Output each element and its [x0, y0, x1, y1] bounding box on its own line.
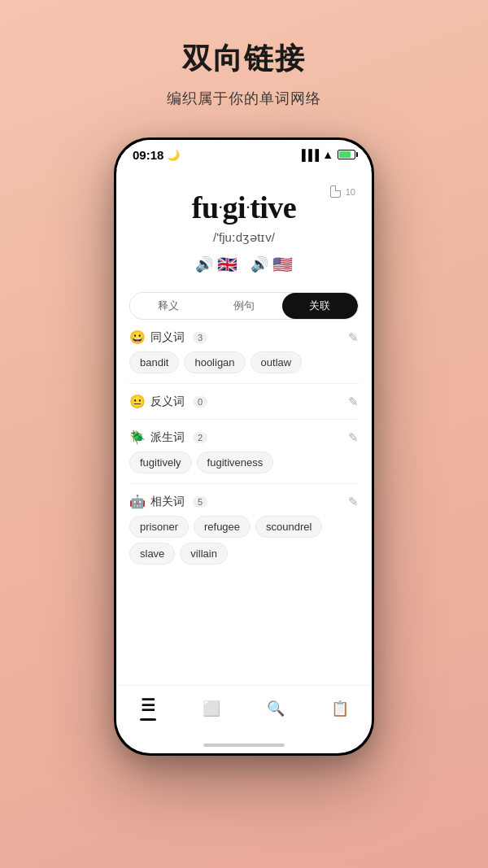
audio-row: 🔊 🇬🇧 🔊 🇺🇸: [195, 255, 293, 274]
tag-fugitiveness[interactable]: fugitiveness: [197, 451, 274, 473]
synonyms-emoji: 😀: [129, 329, 146, 345]
speaker-us-icon[interactable]: 🔊: [251, 255, 268, 273]
derivatives-tags: fugitively fugitiveness: [129, 451, 359, 480]
section-antonyms-header: 😐 反义词 0 ✎: [129, 394, 359, 409]
search-icon: 🔍: [267, 700, 285, 718]
word-header: 10 fu·gi·tive /'fjuːdʒətɪv/ 🔊 🇬🇧 🔊 🇺🇸: [116, 169, 372, 282]
related-count: 5: [193, 496, 207, 508]
related-edit-icon[interactable]: ✎: [348, 495, 359, 509]
antonyms-emoji: 😐: [129, 394, 146, 409]
home-bar: [203, 744, 285, 747]
nav-card[interactable]: 📋: [321, 696, 359, 721]
synonyms-edit-icon[interactable]: ✎: [348, 330, 359, 345]
tag-hooligan[interactable]: hooligan: [184, 351, 245, 373]
section-synonyms-header: 😀 同义词 3 ✎: [129, 329, 359, 345]
nav-list[interactable]: ☰: [130, 692, 166, 724]
phonetic: /'fjuːdʒətɪv/: [213, 230, 275, 245]
flag-us-icon: 🇺🇸: [272, 255, 293, 274]
section-antonyms-title: 😐 反义词 0: [129, 394, 207, 409]
section-antonyms: 😐 反义词 0 ✎: [116, 384, 372, 419]
page-subtitle: 编织属于你的单词网络: [167, 89, 321, 108]
status-time: 09:18: [133, 148, 163, 162]
page-title: 双向链接: [182, 39, 306, 79]
word-count: 10: [346, 187, 355, 197]
related-emoji: 🤖: [129, 494, 146, 509]
speaker-uk-icon[interactable]: 🔊: [195, 255, 213, 273]
audio-uk[interactable]: 🔊 🇬🇧: [195, 255, 237, 274]
window-icon: ⬜: [203, 700, 220, 718]
antonyms-edit-icon[interactable]: ✎: [348, 395, 359, 409]
tabs-row: 释义 例句 关联: [129, 292, 359, 320]
tab-example[interactable]: 例句: [206, 293, 281, 319]
status-bar: 09:18 🌙 ▐▐▐ ▲: [116, 140, 372, 169]
section-derivatives: 🪲 派生词 2 ✎ fugitively fugitiveness: [116, 420, 372, 483]
derivatives-label: 派生词: [150, 430, 185, 445]
antonyms-label: 反义词: [150, 395, 185, 409]
synonyms-count: 3: [193, 332, 207, 343]
status-time-group: 09:18 🌙: [133, 148, 180, 162]
word-display: fu·gi·tive: [192, 190, 296, 225]
synonyms-label: 同义词: [150, 330, 185, 345]
nav-search[interactable]: 🔍: [257, 696, 294, 721]
antonyms-count: 0: [193, 396, 207, 408]
section-related-header: 🤖 相关词 5 ✎: [129, 494, 359, 509]
tag-outlaw[interactable]: outlaw: [251, 351, 303, 373]
section-synonyms: 😀 同义词 3 ✎ bandit hooligan outlaw: [116, 320, 372, 383]
nav-window[interactable]: ⬜: [193, 696, 230, 721]
section-derivatives-title: 🪲 派生词 2: [129, 430, 207, 445]
derivatives-edit-icon[interactable]: ✎: [348, 430, 359, 445]
phone-frame: 09:18 🌙 ▐▐▐ ▲ 10 fu·gi·tive: [114, 137, 374, 756]
list-icon: ☰: [141, 696, 155, 715]
related-label: 相关词: [150, 495, 185, 509]
signal-icon: ▐▐▐: [298, 149, 319, 161]
content-area[interactable]: 10 fu·gi·tive /'fjuːdʒətɪv/ 🔊 🇬🇧 🔊 🇺🇸: [116, 169, 372, 685]
section-related-title: 🤖 相关词 5: [129, 494, 207, 509]
audio-us[interactable]: 🔊 🇺🇸: [251, 255, 293, 274]
home-indicator: [116, 737, 372, 753]
wifi-icon: ▲: [322, 148, 333, 161]
section-related: 🤖 相关词 5 ✎ prisoner refugee scoundrel sla…: [116, 484, 372, 574]
derivatives-emoji: 🪲: [129, 430, 146, 445]
flag-uk-icon: 🇬🇧: [217, 255, 237, 274]
section-synonyms-title: 😀 同义词 3: [129, 329, 207, 345]
tag-villain[interactable]: villain: [180, 543, 228, 565]
battery-icon: [338, 150, 355, 159]
tab-related[interactable]: 关联: [282, 293, 358, 319]
status-icons: ▐▐▐ ▲: [298, 148, 356, 161]
bottom-nav: ☰ ⬜ 🔍 📋: [116, 685, 372, 737]
derivatives-count: 2: [193, 432, 207, 443]
tag-fugitively[interactable]: fugitively: [129, 451, 192, 473]
tag-prisoner[interactable]: prisoner: [129, 516, 189, 538]
battery-fill: [339, 151, 351, 158]
tag-scoundrel[interactable]: scoundrel: [255, 516, 322, 538]
phone-screen: 09:18 🌙 ▐▐▐ ▲ 10 fu·gi·tive: [116, 140, 372, 753]
word-count-row: 10: [330, 185, 355, 198]
tag-slave[interactable]: slave: [129, 543, 175, 565]
nav-active-indicator: [140, 718, 156, 721]
synonyms-tags: bandit hooligan outlaw: [129, 351, 359, 380]
related-tags: prisoner refugee scoundrel slave villain: [129, 516, 359, 571]
card-icon: 📋: [331, 700, 349, 718]
tab-definition[interactable]: 释义: [130, 293, 206, 319]
section-derivatives-header: 🪲 派生词 2 ✎: [129, 430, 359, 445]
page-icon: [330, 185, 341, 198]
tag-refugee[interactable]: refugee: [194, 516, 251, 538]
moon-icon: 🌙: [167, 149, 180, 161]
tag-bandit[interactable]: bandit: [129, 351, 179, 373]
